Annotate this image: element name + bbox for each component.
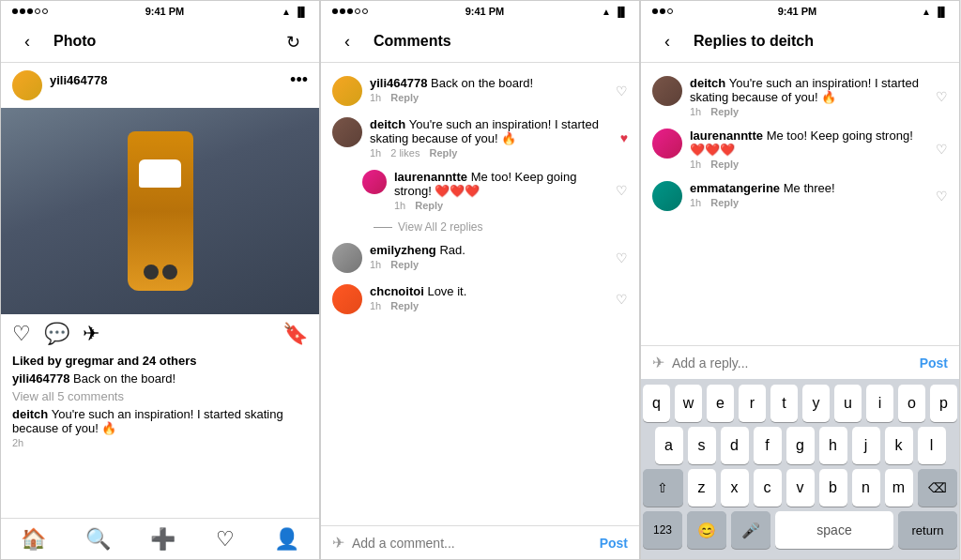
key-m[interactable]: m <box>885 469 913 507</box>
key-v[interactable]: v <box>786 469 815 507</box>
share-icon[interactable]: ✈ <box>83 322 99 346</box>
status-bar-1: 9:41 PM ▲ ▐▌ <box>1 1 319 22</box>
back-button-2[interactable]: ‹ <box>334 32 360 52</box>
view-replies-btn[interactable]: View All 2 replies <box>321 217 639 237</box>
key-j[interactable]: j <box>852 427 880 464</box>
key-y[interactable]: y <box>802 385 830 422</box>
keyboard-row-3: ⇧ z x c v b n m ⌫ <box>643 469 957 507</box>
key-k[interactable]: k <box>885 427 913 464</box>
reply-reply-btn-2[interactable]: Reply <box>710 197 739 208</box>
like-comment-3[interactable]: ♡ <box>616 292 628 307</box>
comment-time-0: 1h <box>370 92 381 103</box>
key-i[interactable]: i <box>866 385 893 422</box>
s2-dot4 <box>355 8 360 14</box>
key-u[interactable]: u <box>834 385 862 422</box>
key-space[interactable]: space <box>775 511 893 549</box>
reply-btn-3[interactable]: Reply <box>390 300 419 311</box>
comment-icon[interactable]: 💬 <box>44 322 69 346</box>
like-reply-1[interactable]: ♡ <box>936 142 948 157</box>
like-reply-0[interactable]: ♡ <box>936 89 948 104</box>
key-emoji[interactable]: 😊 <box>687 511 726 549</box>
replies-screen: 9:41 PM ▲ ▐▌ ‹ Replies to deitch deitch … <box>640 0 960 560</box>
comment-meta-1: 1h 2 likes Reply <box>370 147 613 159</box>
key-t[interactable]: t <box>770 385 798 422</box>
avatar-deitch <box>332 117 362 147</box>
reply-reply-btn-1[interactable]: Reply <box>710 159 739 170</box>
nested-content-0: laurenanntte Me too! Keep going strong! … <box>394 170 608 211</box>
reply-btn-0[interactable]: Reply <box>390 92 419 103</box>
comment-meta-3: 1h Reply <box>370 300 608 311</box>
key-d[interactable]: d <box>721 427 749 464</box>
more-options-icon[interactable]: ••• <box>290 70 308 90</box>
nested-comment-0: laurenanntte Me too! Keep going strong! … <box>321 164 639 217</box>
refresh-button[interactable]: ↻ <box>280 32 306 53</box>
wheels-top <box>142 263 179 281</box>
key-shift[interactable]: ⇧ <box>643 469 683 507</box>
home-nav-icon[interactable]: 🏠 <box>21 527 46 552</box>
key-a[interactable]: a <box>655 427 683 464</box>
key-mic[interactable]: 🎤 <box>731 511 770 549</box>
key-x[interactable]: x <box>721 469 749 507</box>
key-q[interactable]: q <box>643 385 670 422</box>
profile-nav-icon[interactable]: 👤 <box>274 527 299 552</box>
key-delete[interactable]: ⌫ <box>918 469 958 507</box>
key-s[interactable]: s <box>688 427 716 464</box>
key-c[interactable]: c <box>754 469 782 507</box>
post-username[interactable]: yili464778 <box>50 73 107 87</box>
avatar-yili <box>332 76 362 106</box>
key-g[interactable]: g <box>786 427 815 464</box>
key-o[interactable]: o <box>898 385 925 422</box>
signal-dot-4 <box>35 8 40 14</box>
key-e[interactable]: e <box>707 385 734 422</box>
key-123[interactable]: 123 <box>643 511 682 549</box>
time-2: 9:41 PM <box>465 6 505 17</box>
keyboard-row-2: a s d f g h j k l <box>643 427 957 464</box>
reply-post-btn[interactable]: Post <box>920 356 948 371</box>
nested-text-0: laurenanntte Me too! Keep going strong! … <box>394 170 608 198</box>
s2-dot2 <box>340 8 345 14</box>
key-n[interactable]: n <box>852 469 880 507</box>
comment-post-btn[interactable]: Post <box>600 536 628 551</box>
back-button-1[interactable]: ‹ <box>14 32 40 52</box>
key-z[interactable]: z <box>688 469 716 507</box>
like-comment-2[interactable]: ♡ <box>616 250 628 265</box>
like-nested-0[interactable]: ♡ <box>616 183 628 198</box>
reply-reply-btn-0[interactable]: Reply <box>710 106 739 117</box>
signal-dots-2 <box>332 8 368 14</box>
key-return[interactable]: return <box>898 511 957 549</box>
avatar-deitch-reply <box>652 76 682 106</box>
key-b[interactable]: b <box>819 469 847 507</box>
reply-btn-2[interactable]: Reply <box>390 259 419 270</box>
comment-content-1: deitch You're such an inspiration! I sta… <box>370 117 613 159</box>
search-nav-icon[interactable]: 🔍 <box>85 527 111 552</box>
bookmark-icon[interactable]: 🔖 <box>282 322 308 346</box>
reply-text-1: laurenanntte Me too! Keep going strong! … <box>690 129 928 157</box>
key-h[interactable]: h <box>819 427 847 464</box>
back-button-3[interactable]: ‹ <box>654 32 680 52</box>
signal-dot-3 <box>27 8 33 14</box>
key-r[interactable]: r <box>739 385 766 422</box>
view-all-comments[interactable]: View all 5 comments <box>12 389 308 403</box>
comment-timestamp-preview: 2h <box>12 437 308 448</box>
like-comment-1[interactable]: ♥ <box>620 130 628 145</box>
like-icon[interactable]: ♡ <box>12 322 31 346</box>
battery-icon: ▐▌ <box>295 7 308 17</box>
replies-nav-header: ‹ Replies to deitch <box>641 22 959 63</box>
key-f[interactable]: f <box>754 427 782 464</box>
like-comment-0[interactable]: ♡ <box>616 83 628 98</box>
nested-reply-btn-0[interactable]: Reply <box>415 200 443 211</box>
activity-nav-icon[interactable]: ♡ <box>216 527 235 552</box>
add-nav-icon[interactable]: ➕ <box>150 527 175 552</box>
like-reply-2[interactable]: ♡ <box>936 189 948 204</box>
wheel-2 <box>162 265 177 280</box>
reply-input[interactable] <box>672 356 912 371</box>
key-l[interactable]: l <box>918 427 946 464</box>
avatar-laurenanntte-reply <box>652 129 682 159</box>
reply-btn-1[interactable]: Reply <box>429 147 457 159</box>
post-image <box>1 108 319 314</box>
comment-input[interactable] <box>352 536 592 551</box>
reply-text-0: deitch You're such an inspiration! I sta… <box>690 76 928 104</box>
key-w[interactable]: w <box>675 385 702 422</box>
key-p[interactable]: p <box>930 385 957 422</box>
comment-input-icon: ✈ <box>332 534 344 552</box>
